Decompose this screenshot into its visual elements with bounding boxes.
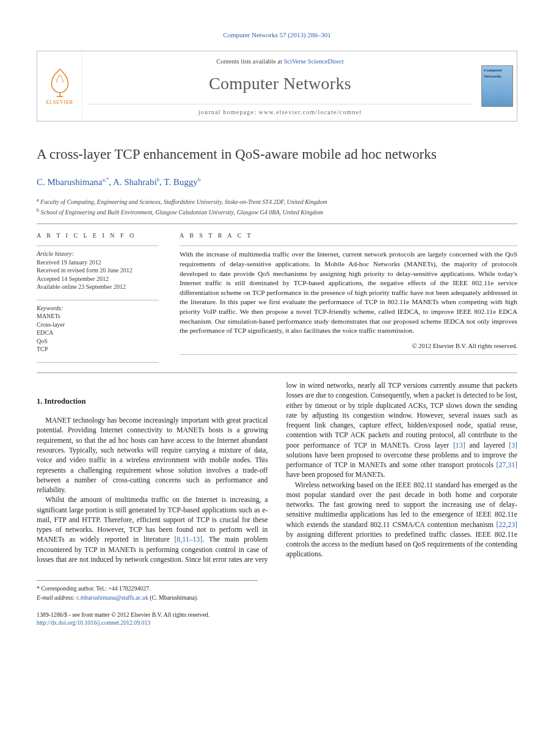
keyword: QoS bbox=[37, 337, 159, 346]
author-list: C. Mbarushimanaa,*, A. Shahrabib, T. Bug… bbox=[37, 176, 517, 188]
citation-link[interactable]: [22,23] bbox=[497, 520, 517, 529]
history-label: Article history: bbox=[37, 250, 159, 258]
citation-link[interactable]: [13] bbox=[453, 441, 465, 449]
header-center: Contents lists available at SciVerse Sci… bbox=[82, 51, 478, 121]
citation-link[interactable]: [27,31] bbox=[497, 460, 517, 469]
front-matter-line: 1389-1286/$ - see front matter © 2012 El… bbox=[37, 611, 517, 627]
journal-reference: Computer Networks 57 (2013) 286–301 bbox=[37, 31, 517, 40]
separator bbox=[37, 224, 517, 224]
text-run: have been proposed for MANETs. bbox=[286, 470, 385, 479]
cover-title: Computer Networks bbox=[484, 68, 511, 79]
text-run: by assigning different priorities to pre… bbox=[286, 530, 518, 559]
affiliations: a Faculty of Computing, Engineering and … bbox=[37, 197, 517, 217]
author-1: C. Mbarushimana bbox=[37, 177, 102, 187]
email-link[interactable]: c.mbarushimana@staffs.ac.uk bbox=[76, 594, 148, 601]
abstract: A B S T R A C T With the increase of mul… bbox=[180, 231, 517, 366]
email-attribution: (C. Mbarushimana). bbox=[150, 594, 198, 601]
doi-link[interactable]: http://dx.doi.org/10.1016/j.comnet.2012.… bbox=[37, 619, 150, 626]
journal-cover-thumb: Computer Networks bbox=[478, 51, 517, 121]
contents-line: Contents lists available at SciVerse Sci… bbox=[87, 57, 473, 66]
journal-header: ELSEVIER Contents lists available at Sci… bbox=[37, 51, 517, 122]
article-title: A cross-layer TCP enhancement in QoS-awa… bbox=[37, 146, 517, 164]
paragraph: Wireless networking based on the IEEE 80… bbox=[286, 480, 518, 559]
separator bbox=[37, 373, 517, 373]
contents-prefix: Contents lists available at bbox=[216, 58, 283, 65]
elsevier-text: ELSEVIER bbox=[46, 99, 73, 106]
journal-homepage: journal homepage: www.elsevier.com/locat… bbox=[87, 104, 473, 117]
abstract-heading: A B S T R A C T bbox=[180, 231, 517, 240]
corresponding-star-icon: * bbox=[106, 176, 109, 183]
email-line: E-mail address: c.mbarushimana@staffs.ac… bbox=[37, 594, 258, 602]
keywords-label: Keywords: bbox=[37, 304, 159, 313]
author-3: T. Buggy bbox=[164, 177, 198, 187]
keyword: Cross-layer bbox=[37, 321, 159, 329]
keyword: TCP bbox=[37, 345, 159, 354]
citation-link[interactable]: [8,11–13] bbox=[174, 535, 202, 543]
affiliation-b: School of Engineering and Built Environm… bbox=[41, 209, 323, 216]
accepted-date: Accepted 14 September 2012 bbox=[37, 275, 159, 283]
tree-icon bbox=[44, 66, 76, 98]
article-body: 1. Introduction MANET technology has bec… bbox=[37, 380, 517, 564]
elsevier-logo: ELSEVIER bbox=[37, 51, 82, 121]
paragraph: MANET technology has become increasingly… bbox=[37, 415, 268, 495]
abstract-copyright: © 2012 Elsevier B.V. All rights reserved… bbox=[180, 342, 517, 351]
online-date: Available online 23 September 2012 bbox=[37, 283, 159, 291]
journal-name: Computer Networks bbox=[87, 72, 473, 95]
text-run: Wireless networking based on the IEEE 80… bbox=[286, 481, 518, 529]
affiliation-a: Faculty of Computing, Engineering and Sc… bbox=[40, 199, 327, 206]
author-3-aff: b bbox=[198, 176, 201, 183]
footnote: * Corresponding author. Tel.: +44 178229… bbox=[37, 580, 258, 602]
received-date: Received 19 January 2012 bbox=[37, 258, 159, 267]
text-run: and layered bbox=[465, 441, 509, 449]
abstract-text: With the increase of multimedia traffic … bbox=[180, 250, 517, 335]
email-label: E-mail address: bbox=[37, 594, 75, 601]
article-info-heading: A R T I C L E I N F O bbox=[37, 231, 159, 240]
text-run: solutions have been proposed to overcome… bbox=[286, 451, 518, 469]
citation-link[interactable]: [3] bbox=[509, 441, 517, 449]
author-2: A. Shahrabi bbox=[113, 177, 157, 187]
keyword: MANETs bbox=[37, 312, 159, 321]
keyword: EDCA bbox=[37, 329, 159, 337]
revised-date: Received in revised form 20 June 2012 bbox=[37, 266, 159, 275]
corresponding-author: * Corresponding author. Tel.: +44 178229… bbox=[37, 584, 258, 592]
article-info: A R T I C L E I N F O Article history: R… bbox=[37, 231, 159, 366]
author-2-aff: b bbox=[157, 176, 160, 183]
issn-copyright: 1389-1286/$ - see front matter © 2012 El… bbox=[37, 611, 517, 619]
section-1-heading: 1. Introduction bbox=[37, 396, 268, 407]
sciencedirect-link[interactable]: SciVerse ScienceDirect bbox=[283, 58, 343, 65]
